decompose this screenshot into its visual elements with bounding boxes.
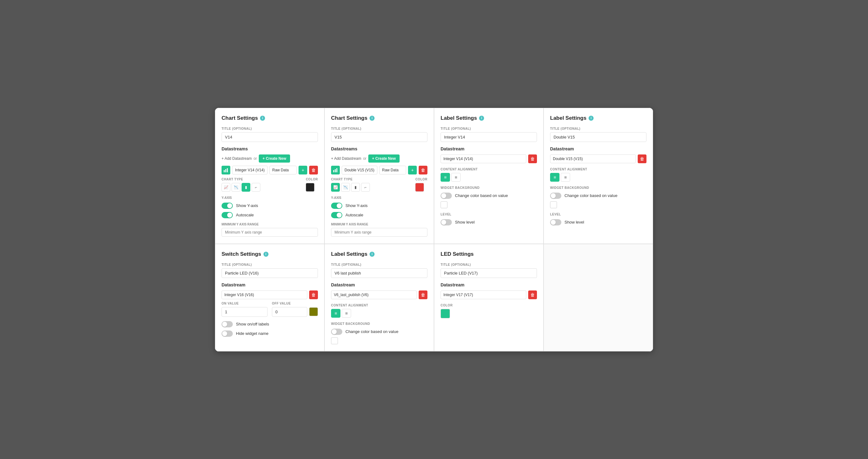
datastream-label-5: Datastream bbox=[221, 282, 318, 287]
level-label-3: LEVEL bbox=[441, 212, 537, 216]
align-center-btn-4[interactable]: ≡ bbox=[561, 173, 570, 182]
chart-settings-title-1: Chart Settings bbox=[221, 115, 258, 121]
add-datastream-btn-1[interactable]: + Add Datastream bbox=[221, 156, 252, 161]
remove-ds-btn-4[interactable]: 🗑 bbox=[638, 155, 647, 163]
remove-ds-btn-1[interactable]: 🗑 bbox=[309, 166, 318, 174]
chart-type-label-1: CHART TYPE bbox=[221, 177, 300, 181]
change-color-label-3: Change color based on value bbox=[455, 193, 508, 198]
on-value-label: ON VALUE bbox=[221, 302, 268, 305]
info-icon-1[interactable]: i bbox=[260, 116, 265, 121]
label-settings-panel-3: Label Settings i TITLE (OPTIONAL) Datast… bbox=[324, 244, 434, 352]
title-input-6[interactable] bbox=[331, 268, 427, 278]
bg-color-swatch-6[interactable] bbox=[331, 337, 338, 344]
color-label-7: COLOR bbox=[441, 304, 537, 307]
ds-type-select-1[interactable]: Raw Data bbox=[270, 166, 297, 174]
main-container: Chart Settings i TITLE (OPTIONAL) Datast… bbox=[215, 108, 653, 352]
widget-bg-toggle-3[interactable] bbox=[441, 193, 452, 199]
add-ds-btn-2[interactable]: + bbox=[408, 166, 417, 174]
min-y-input-2[interactable] bbox=[331, 228, 427, 237]
widget-bg-section-6: WIDGET BACKGROUND Change color based on … bbox=[331, 322, 427, 344]
show-y-toggle-1[interactable] bbox=[221, 203, 233, 209]
show-level-toggle-3[interactable] bbox=[441, 219, 452, 225]
show-labels-toggle[interactable] bbox=[221, 321, 233, 327]
add-ds-btn-1[interactable]: + bbox=[299, 166, 307, 174]
title-input-5[interactable] bbox=[221, 268, 318, 278]
title-input-2[interactable] bbox=[331, 132, 427, 142]
show-y-label-1: Show Y-axis bbox=[236, 203, 258, 208]
chart-btn-bar-2[interactable]: ▮ bbox=[351, 183, 360, 192]
ds-select-7[interactable]: Integer V17 (V17) bbox=[441, 291, 526, 299]
content-alignment-section-6: CONTENT ALIGNMENT ≡ ≡ bbox=[331, 304, 427, 318]
title-input-7[interactable] bbox=[441, 268, 537, 278]
align-left-btn-3[interactable]: ≡ bbox=[441, 173, 450, 182]
datastream-label-3: Datastream bbox=[441, 146, 537, 151]
chart-btn-line-1[interactable]: 📈 bbox=[221, 183, 230, 192]
align-left-btn-4[interactable]: ≡ bbox=[550, 173, 559, 182]
ds-select-2[interactable]: Double V15 (V15) bbox=[342, 166, 377, 174]
color-swatch-2[interactable] bbox=[415, 183, 424, 192]
off-color-swatch[interactable] bbox=[309, 307, 318, 316]
ds-select-6[interactable]: V6_last_publish (V6) bbox=[331, 291, 417, 299]
led-color-swatch[interactable] bbox=[441, 309, 450, 318]
empty-panel bbox=[544, 244, 653, 352]
info-icon-5[interactable]: i bbox=[264, 252, 269, 257]
title-input-1[interactable] bbox=[221, 132, 318, 142]
info-icon-2[interactable]: i bbox=[370, 116, 375, 121]
ds-select-row-3: Integer V14 (V14) 🗑 bbox=[441, 155, 537, 163]
show-y-axis-toggle-2: Show Y-axis bbox=[331, 203, 427, 209]
chart-btn-step-2[interactable]: ⌐ bbox=[361, 183, 370, 192]
create-new-btn-1[interactable]: + Create New bbox=[259, 155, 290, 163]
chart-btn-step-1[interactable]: ⌐ bbox=[252, 183, 260, 192]
create-new-btn-2[interactable]: + Create New bbox=[368, 155, 400, 163]
title-input-3[interactable] bbox=[441, 132, 537, 142]
remove-ds-btn-2[interactable]: 🗑 bbox=[418, 166, 427, 174]
off-value-input[interactable] bbox=[272, 307, 307, 317]
chart-btn-area-2[interactable]: 📉 bbox=[341, 183, 350, 192]
chart-btn-area-1[interactable]: 📉 bbox=[231, 183, 240, 192]
widget-bg-toggle-4[interactable] bbox=[550, 193, 561, 199]
show-y-toggle-2[interactable] bbox=[331, 203, 342, 209]
color-section-2: COLOR bbox=[415, 177, 427, 192]
show-level-label-4: Show level bbox=[564, 220, 584, 225]
show-y-label-2: Show Y-axis bbox=[345, 203, 368, 208]
alignment-buttons-4: ≡ ≡ bbox=[550, 173, 647, 182]
panel-title-6: Label Settings i bbox=[331, 251, 427, 257]
hide-widget-toggle[interactable] bbox=[221, 330, 233, 337]
remove-ds-btn-3[interactable]: 🗑 bbox=[528, 155, 537, 163]
align-center-btn-6[interactable]: ≡ bbox=[342, 309, 351, 318]
info-icon-6[interactable]: i bbox=[370, 252, 375, 257]
info-icon-4[interactable]: i bbox=[589, 116, 594, 121]
alignment-buttons-6: ≡ ≡ bbox=[331, 309, 427, 318]
ds-select-4[interactable]: Double V15 (V15) bbox=[550, 155, 636, 163]
widget-bg-toggle-6[interactable] bbox=[331, 329, 342, 335]
align-left-btn-6[interactable]: ≡ bbox=[331, 309, 340, 318]
add-datastream-btn-2[interactable]: + Add Datastream bbox=[331, 156, 361, 161]
off-value-with-swatch bbox=[272, 307, 318, 317]
min-y-input-1[interactable] bbox=[221, 228, 318, 237]
ds-select-1[interactable]: Integer V14 (V14) bbox=[232, 166, 268, 174]
chart-type-buttons-1: 📈 📉 ▮ ⌐ bbox=[221, 183, 300, 192]
chart-btn-line-2[interactable]: 📈 bbox=[331, 183, 340, 192]
color-swatch-1[interactable] bbox=[306, 183, 314, 192]
remove-ds-btn-6[interactable]: 🗑 bbox=[418, 291, 427, 299]
on-value-input[interactable] bbox=[221, 307, 268, 317]
remove-ds-btn-7[interactable]: 🗑 bbox=[528, 291, 537, 299]
title-input-4[interactable] bbox=[550, 132, 647, 142]
color-label-1: COLOR bbox=[306, 177, 318, 181]
chart-btn-bar-1[interactable]: ▮ bbox=[242, 183, 250, 192]
bg-color-swatch-3[interactable] bbox=[441, 201, 447, 208]
ds-select-5[interactable]: Integer V16 (V16) bbox=[221, 291, 307, 299]
datastreams-label-2: Datastreams bbox=[331, 146, 427, 151]
show-level-toggle-4[interactable] bbox=[550, 219, 561, 225]
panel-title-3: Label Settings i bbox=[441, 115, 537, 121]
bg-color-swatch-4[interactable] bbox=[550, 201, 557, 208]
datastream-label-7: Datastream bbox=[441, 282, 537, 287]
ds-type-select-2[interactable]: Raw Data bbox=[379, 166, 406, 174]
remove-ds-btn-5[interactable]: 🗑 bbox=[309, 291, 318, 299]
info-icon-3[interactable]: i bbox=[479, 116, 484, 121]
align-center-btn-3[interactable]: ≡ bbox=[451, 173, 461, 182]
autoscale-toggle-ctrl-1[interactable] bbox=[221, 212, 233, 218]
autoscale-toggle-ctrl-2[interactable] bbox=[331, 212, 342, 218]
ds-select-3[interactable]: Integer V14 (V14) bbox=[441, 155, 526, 163]
autoscale-toggle-2: Autoscale bbox=[331, 212, 427, 218]
